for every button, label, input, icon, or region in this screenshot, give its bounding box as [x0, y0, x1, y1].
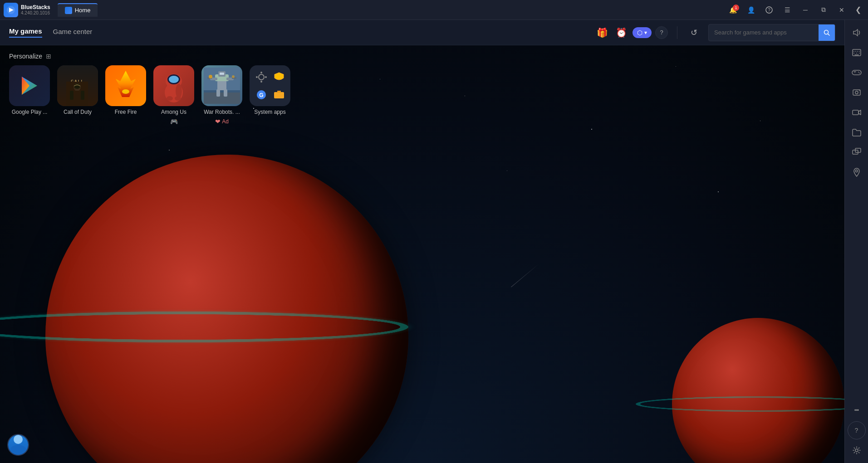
game-icon-google-play: [9, 65, 50, 106]
game-label-google-play: Google Play ...: [12, 109, 48, 115]
svg-rect-45: [274, 92, 284, 98]
svg-point-65: [859, 90, 860, 91]
game-item-among-us[interactable]: Among Us 🎮: [153, 65, 194, 125]
ad-badge: ❤ Ad: [215, 118, 229, 125]
more-options-button[interactable]: •••: [848, 401, 866, 419]
svg-text:?: ?: [768, 8, 770, 13]
svg-point-22: [175, 96, 181, 101]
toolbar-icons: 🎁 ⏰ ⬡ ▾ ?: [594, 25, 668, 40]
svg-rect-29: [220, 73, 224, 75]
folder-button[interactable]: [848, 123, 866, 141]
svg-point-19: [169, 76, 179, 83]
svg-point-47: [14, 435, 23, 444]
personalize-icon[interactable]: ⊞: [46, 53, 51, 60]
tab-game-center[interactable]: Game center: [53, 28, 93, 37]
question-sidebar-button[interactable]: ?: [848, 421, 866, 439]
restore-button[interactable]: ⧉: [815, 4, 832, 16]
video-button[interactable]: [848, 103, 866, 122]
sound-button[interactable]: [848, 24, 866, 42]
tab-navigation: My games Game center: [9, 27, 92, 38]
svg-point-36: [209, 75, 212, 78]
toolbar: My games Game center 🎁 ⏰ ⬡ ▾ ? ↺: [0, 20, 844, 45]
game-icon-cod: CALL OF DUTY: [57, 65, 98, 106]
menu-button[interactable]: ☰: [779, 4, 795, 16]
svg-point-64: [855, 91, 858, 94]
toolbar-divider: [677, 26, 677, 39]
gift-button[interactable]: 🎁: [594, 25, 610, 40]
game-label-among-us: Among Us: [161, 109, 186, 115]
svg-point-37: [232, 75, 235, 78]
home-tab-label: Home: [75, 7, 91, 14]
account-button[interactable]: 👤: [743, 4, 759, 16]
discord-label: ▾: [644, 29, 647, 36]
game-label-war-robots: War Robots. ...: [204, 109, 240, 115]
refresh-button[interactable]: ↺: [687, 25, 701, 40]
game-label-freefire: Free Fire: [115, 109, 137, 115]
titlebar-right: 🔔 1 👤 ? ☰ ─ ⧉ ✕ ❮: [725, 4, 864, 16]
svg-rect-66: [853, 110, 858, 115]
help-button[interactable]: ?: [761, 4, 777, 16]
search-input[interactable]: [709, 25, 819, 39]
app-name: BlueStacks: [21, 4, 50, 10]
svg-rect-58: [852, 70, 861, 75]
svg-point-42: [265, 76, 267, 78]
settings-button[interactable]: [848, 441, 866, 459]
collapse-button[interactable]: ❮: [852, 4, 864, 16]
main-content: Personalize ⊞: [0, 45, 844, 463]
section-title: Personalize: [9, 53, 42, 60]
game-item-google-play[interactable]: Google Play ...: [9, 65, 50, 125]
content-area: My games Game center 🎁 ⏰ ⬡ ▾ ? ↺: [0, 20, 844, 463]
svg-point-13: [74, 83, 80, 89]
war-robots-badges: ❤ Ad: [215, 118, 229, 125]
games-grid: Google Play ... CALL OF DUTY: [9, 65, 835, 125]
user-avatar[interactable]: [7, 434, 29, 456]
main-layout: My games Game center 🎁 ⏰ ⬡ ▾ ? ↺: [0, 20, 868, 463]
tab-my-games[interactable]: My games: [9, 27, 42, 38]
svg-point-48: [10, 445, 26, 455]
svg-point-38: [259, 74, 264, 80]
game-item-system-apps[interactable]: G System apps: [250, 65, 290, 125]
home-tab[interactable]: Home: [58, 3, 98, 17]
svg-rect-30: [216, 89, 220, 97]
screenshot-button[interactable]: [848, 83, 866, 102]
search-button[interactable]: [819, 24, 835, 41]
svg-point-62: [859, 73, 860, 73]
svg-point-61: [858, 72, 859, 73]
svg-text:G: G: [259, 92, 263, 98]
discord-icon: ⬡: [637, 29, 642, 36]
section-header: Personalize ⊞: [9, 53, 835, 60]
bluestacks-icon: [4, 3, 18, 17]
notification-badge: 1: [733, 5, 739, 11]
svg-point-20: [176, 84, 182, 98]
game-icon-system-apps: G: [250, 65, 290, 106]
game-item-cod[interactable]: CALL OF DUTY: [57, 65, 98, 125]
user-section: [7, 434, 29, 456]
search-container: [708, 24, 835, 41]
discord-button[interactable]: ⬡ ▾: [633, 27, 652, 38]
svg-rect-10: [73, 91, 82, 104]
keyboard-button[interactable]: [848, 44, 866, 62]
among-us-badges: 🎮: [170, 118, 178, 125]
svg-point-21: [167, 96, 173, 101]
svg-point-69: [855, 170, 858, 172]
notification-button[interactable]: 🔔 1: [725, 4, 741, 16]
game-label-system-apps: System apps: [254, 109, 285, 115]
multi-instance-button[interactable]: [848, 143, 866, 161]
svg-point-15: [122, 89, 129, 94]
minimize-button[interactable]: ─: [797, 4, 814, 16]
location-button[interactable]: [848, 163, 866, 181]
right-sidebar: ••• ?: [844, 20, 868, 463]
help-toolbar-button[interactable]: ?: [655, 26, 668, 39]
svg-rect-31: [224, 89, 227, 97]
game-item-freefire[interactable]: Free Fire: [105, 65, 146, 125]
alarm-button[interactable]: ⏰: [613, 25, 629, 40]
game-label-cod: Call of Duty: [64, 109, 92, 115]
close-button[interactable]: ✕: [834, 4, 850, 16]
gamepad-sidebar-button[interactable]: [848, 63, 866, 82]
game-item-war-robots[interactable]: War Robots. ... ❤ Ad: [201, 65, 242, 125]
titlebar: BlueStacks 4.240.20.1016 Home 🔔 1 👤 ? ☰ …: [0, 0, 868, 20]
app-logo: BlueStacks 4.240.20.1016: [4, 3, 50, 17]
game-icon-freefire: [105, 65, 146, 106]
svg-point-39: [260, 72, 262, 73]
game-icon-among-us: [153, 65, 194, 106]
